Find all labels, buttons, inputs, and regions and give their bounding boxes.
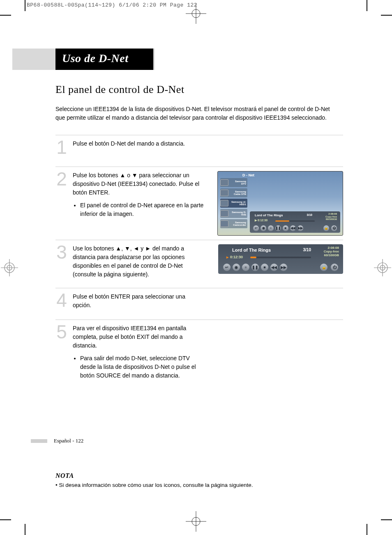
crop-mark bbox=[381, 519, 392, 520]
hdd-icon bbox=[220, 200, 228, 206]
device-label: Samsung D-VHS bbox=[230, 211, 247, 216]
step-row: 4 Pulse el botón ENTER para seleccionar … bbox=[55, 288, 343, 320]
page-title: Uso de D-Net bbox=[55, 49, 154, 70]
rewind-icon: ◀◀ bbox=[270, 264, 278, 271]
vhs-icon bbox=[220, 210, 228, 217]
step-bullet: Para salir del modo D-Net, seleccione DT… bbox=[80, 354, 204, 380]
step-bullet: El panel de control de D-Net aparece en … bbox=[80, 201, 204, 218]
return-icon: ↩ bbox=[253, 225, 259, 231]
power-icon: ⏻ bbox=[331, 264, 338, 271]
elapsed-time: ▶ 0:12:30 bbox=[255, 219, 267, 222]
registration-mark-icon bbox=[374, 259, 391, 276]
crop-mark bbox=[25, 0, 25, 11]
step-number: 5 bbox=[55, 322, 68, 341]
device-label: Samsung Camcorder bbox=[230, 221, 247, 226]
rewind-icon: ◀◀ bbox=[290, 225, 296, 231]
crop-mark bbox=[0, 15, 11, 16]
track-count: 3/10 bbox=[303, 248, 311, 252]
note-block: NOTA • Si desea información sobre cómo u… bbox=[55, 472, 343, 489]
note-heading: NOTA bbox=[55, 472, 343, 479]
step-number: 2 bbox=[55, 169, 68, 188]
list-icon: ≡ bbox=[268, 225, 274, 231]
media-info: 2:08:08 Copy-free 60/100GB bbox=[325, 213, 337, 221]
power-icon: ⏻ bbox=[331, 225, 337, 231]
step-number: 1 bbox=[55, 138, 68, 157]
intro-paragraph: Seleccione un IEEE1394 de la lista de di… bbox=[55, 105, 339, 123]
return-icon: ↩ bbox=[223, 264, 231, 271]
step-row: 5 Para ver el dispositivo IEEE1394 en pa… bbox=[55, 320, 343, 398]
pause-icon: ❚❚ bbox=[275, 225, 281, 231]
crop-mark bbox=[381, 15, 392, 16]
stop-icon: ■ bbox=[261, 264, 268, 271]
forward-icon: ▶▶ bbox=[297, 225, 303, 231]
screenshot-control-panel: Lord of The Rings 3/10 2:08:08 Copy-free… bbox=[218, 244, 343, 274]
camcorder-icon bbox=[220, 220, 228, 227]
step-text: Pulse el botón ENTER para seleccionar un… bbox=[73, 292, 204, 310]
progress-bar bbox=[250, 257, 311, 258]
step-text: Para ver el dispositivo IEEE1394 en pant… bbox=[73, 324, 204, 350]
record-icon: ◉ bbox=[233, 264, 240, 271]
lock-icon: 🔒 bbox=[323, 225, 329, 231]
crop-mark bbox=[367, 524, 367, 535]
device-label: Samsung Cable STB bbox=[230, 190, 247, 195]
step-row: 1 Pulse el botón D-Net del mando a dista… bbox=[55, 135, 343, 167]
step-list: 1 Pulse el botón D-Net del mando a dista… bbox=[55, 135, 343, 398]
footer-bar bbox=[31, 439, 47, 443]
step-row: 3 Use los botones ▲, ▼, ◄ y ► del mando … bbox=[55, 240, 343, 288]
device-label: Samsung DTV bbox=[230, 180, 247, 185]
device-label: Samsung xt-HDD1 bbox=[230, 201, 247, 206]
page-footer: Español - 122 bbox=[55, 438, 83, 444]
track-count: 3/10 bbox=[307, 213, 312, 216]
forward-icon: ▶▶ bbox=[280, 264, 287, 271]
page-sheet: BP68-00588L-00Spa(114~129) 6/1/06 2:20 P… bbox=[0, 0, 392, 535]
media-info: 2:08:08 Copy-free 60/100GB bbox=[324, 246, 339, 257]
list-icon: ≡ bbox=[242, 264, 249, 271]
crop-mark bbox=[0, 519, 11, 520]
screenshot-dnet-menu: D - Net Samsung DTV Samsung Cable STB Sa… bbox=[217, 171, 343, 236]
stop-icon: ■ bbox=[283, 225, 288, 231]
note-text: • Si desea información sobre cómo usar l… bbox=[55, 481, 343, 489]
step-number: 3 bbox=[55, 243, 68, 262]
registration-mark-icon bbox=[186, 511, 206, 532]
page-content: Uso de D-Net El panel de control de D-Ne… bbox=[55, 45, 343, 489]
tv-icon bbox=[220, 179, 228, 186]
footer-text: Español - 122 bbox=[54, 438, 83, 444]
step-text: Pulse el botón D-Net del mando a distanc… bbox=[73, 139, 185, 148]
crop-mark bbox=[25, 524, 25, 535]
prepress-job-line: BP68-00588L-00Spa(114~129) 6/1/06 2:20 P… bbox=[27, 2, 197, 8]
elapsed-time: 0:12:30 bbox=[226, 255, 243, 259]
crop-mark bbox=[367, 0, 367, 11]
stb-icon bbox=[220, 190, 228, 196]
title-band: Uso de D-Net bbox=[12, 49, 343, 70]
screenshot-header: D - Net bbox=[242, 173, 254, 177]
step-text: Use los botones ▲, ▼, ◄ y ► del mando a … bbox=[73, 244, 204, 279]
step-row: 2 Pulse los botones ▲ o ▼ para seleccion… bbox=[55, 167, 343, 240]
pause-icon: ❚❚ bbox=[251, 264, 259, 271]
device-list: Samsung DTV Samsung Cable STB Samsung xt… bbox=[220, 178, 247, 229]
record-icon: ◉ bbox=[261, 225, 266, 231]
step-number: 4 bbox=[55, 291, 68, 310]
progress-bar bbox=[275, 220, 315, 222]
media-title: Lord of The Rings bbox=[255, 213, 283, 217]
control-panel: Lord of The Rings 3/10 2:08:08 Copy-free… bbox=[250, 211, 340, 233]
step-text: Pulse los botones ▲ o ▼ para seleccionar… bbox=[73, 171, 204, 197]
media-title: Lord of The Rings bbox=[232, 248, 271, 252]
registration-mark-icon bbox=[1, 259, 18, 276]
section-subtitle: El panel de control de D-Net bbox=[55, 84, 343, 96]
lock-icon: 🔒 bbox=[320, 264, 327, 271]
title-band-grey bbox=[12, 49, 55, 70]
